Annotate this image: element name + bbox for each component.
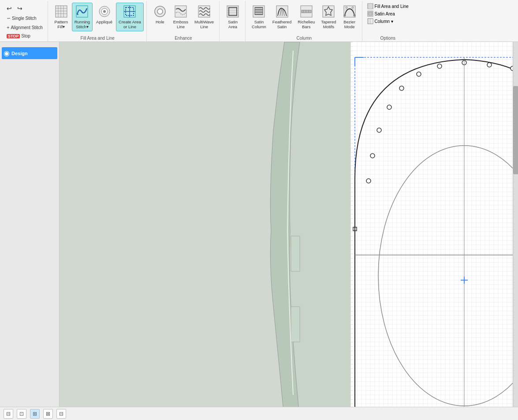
enhance-label: Enhance [149,35,217,41]
svg-point-217 [399,86,404,90]
left-panel: ◉ Design [0,42,60,407]
main-area: ◉ Design [0,42,518,407]
design-svg[interactable] [119,42,518,407]
status-btn-2[interactable]: ⊡ [17,409,26,419]
svg-point-11 [103,10,106,13]
feathered-satin-label: FeatheredSatin [272,19,291,30]
column-opt-icon [367,18,373,24]
svg-point-219 [377,128,381,132]
multiwave-line-button[interactable]: MultiWaveLine [192,3,216,31]
toolbar: ↩ ↪ ∽ Single Stitch + Alignment Stitch S… [0,0,518,42]
svg-point-220 [370,154,375,158]
satin-area-group: SatinArea [220,1,246,41]
stop-button[interactable]: STOP Stop [4,32,45,40]
svg-point-215 [437,64,442,68]
emboss-line-button[interactable]: EmbossLine [171,3,191,31]
design-thumbnail[interactable]: ◉ Design [2,47,57,59]
svg-point-208 [487,63,492,67]
command-group: ↩ ↪ ∽ Single Stitch + Alignment Stitch S… [2,1,48,41]
emboss-line-icon [174,4,188,19]
column-group: SatinColumn FeatheredSatin [246,1,362,41]
create-area-line-label: Create Areaor Line [119,19,141,30]
scrollbar-v[interactable] [513,42,518,407]
pattern-fill-label: PatternFill▾ [54,19,68,30]
bezier-mode-button[interactable]: BezierMode [340,3,359,31]
options-group-label: Options [365,35,411,41]
richelieu-bars-button[interactable]: RichelieuBars [295,3,317,31]
canvas-area[interactable] [60,42,518,407]
single-stitch-button[interactable]: ∽ Single Stitch [4,14,45,22]
create-area-line-icon [123,4,137,19]
single-stitch-label: Single Stitch [12,16,37,21]
satin-area-label: SatinArea [228,19,238,30]
undo-button[interactable]: ↩ [4,4,14,13]
alignment-stitch-label: Alignment Stitch [11,25,42,30]
bezier-mode-label: BezierMode [343,19,355,30]
richelieu-bars-label: RichelieuBars [298,19,315,30]
options-group: Fill Area and Line Satin Area Column ▾ [363,1,413,41]
multiwave-line-label: MultiWaveLine [194,19,214,30]
running-stitch-icon [75,4,89,19]
svg-rect-0 [56,6,67,17]
hole-button[interactable]: Hole [150,3,170,26]
column-opt-label: Column ▾ [375,19,393,24]
svg-rect-42 [302,10,311,13]
stop-label: Stop [21,34,30,38]
enhance-group: Hole EmbossLine [148,1,220,41]
tapered-motifs-label: TaperedMotifs [321,19,336,30]
satin-column-icon [252,4,266,19]
applique-icon [97,4,112,19]
satin-area-icon [226,4,240,19]
design-thumbnail-icon: ◉ [4,49,10,57]
bezier-mode-icon [343,4,357,19]
fill-area-line-opt-icon [367,3,373,9]
column-group-label: Column [248,35,360,41]
status-btn-1[interactable]: ⊟ [4,409,13,419]
status-btn-4[interactable]: ⊠ [43,409,53,419]
alignment-stitch-button[interactable]: + Alignment Stitch [4,23,45,31]
tapered-motifs-icon [321,4,335,19]
multiwave-line-icon [197,4,211,19]
svg-point-218 [387,105,391,109]
fill-area-line-group: PatternFill▾ RunningStitch▾ [49,1,147,41]
satin-area-opt-icon [367,11,373,17]
create-area-line-button[interactable]: Create Areaor Line [116,3,144,31]
status-btn-5[interactable]: ⊟ [56,409,66,419]
running-stitch-button[interactable]: RunningStitch▾ [72,3,93,31]
hole-icon [153,4,167,19]
richelieu-bars-icon [299,4,313,19]
satin-column-label: SatinColumn [252,19,266,30]
scrollbar-thumb-v[interactable] [513,86,518,174]
pattern-fill-icon [54,4,68,19]
svg-point-216 [417,72,421,76]
svg-rect-62 [368,19,373,24]
satin-column-button[interactable]: SatinColumn [249,3,269,31]
pattern-fill-button[interactable]: PatternFill▾ [52,3,71,31]
fill-area-line-label: Fill Area and Line [51,35,145,41]
redo-button[interactable]: ↪ [15,4,25,13]
feathered-satin-button[interactable]: FeatheredSatin [270,3,294,31]
satin-area-option[interactable]: Satin Area [366,10,410,17]
hoop-frame [270,42,300,407]
statusbar: ⊟ ⊡ ⊞ ⊠ ⊟ [0,407,518,420]
tapered-motifs-button[interactable]: TaperedMotifs [318,3,339,31]
status-btn-3[interactable]: ⊞ [30,409,40,419]
svg-rect-46 [323,6,334,17]
fill-area-line-opt-label: Fill Area and Line [375,4,409,9]
column-option[interactable]: Column ▾ [366,18,410,25]
satin-area-opt-label: Satin Area [375,11,395,16]
satin-area-group-label [222,40,243,41]
svg-point-221 [366,179,371,183]
emboss-line-label: EmbossLine [173,19,188,30]
svg-rect-59 [369,12,372,15]
design-thumbnail-label: Design [11,51,28,56]
feathered-satin-icon [275,4,289,19]
fill-area-line-option[interactable]: Fill Area and Line [366,3,410,10]
running-stitch-label: RunningStitch▾ [75,19,90,30]
applique-button[interactable]: Appliqué [93,3,115,26]
svg-point-17 [157,9,163,14]
satin-area-button[interactable]: SatinArea [223,3,242,31]
hole-label: Hole [156,19,164,24]
svg-rect-18 [175,6,186,17]
applique-label: Appliqué [96,19,112,24]
